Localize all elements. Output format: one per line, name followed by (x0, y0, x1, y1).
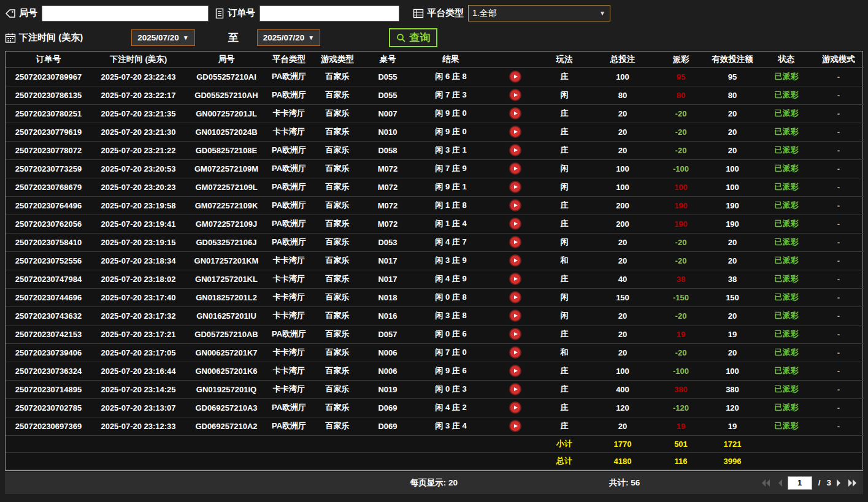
play-video-icon[interactable] (510, 366, 520, 376)
play-cell: 闲 (540, 178, 589, 196)
table-no-cell: N007 (364, 104, 411, 123)
first-page-icon[interactable] (761, 479, 772, 487)
col-header-video (491, 51, 540, 67)
table-row: 2507202307363242025-07-20 23:16:44GN0062… (6, 362, 864, 380)
game-cell: 百家乐 (310, 380, 364, 398)
prev-page-icon[interactable] (777, 479, 783, 487)
table-no-cell: D055 (364, 67, 411, 86)
table-no-cell: N010 (364, 123, 411, 141)
platform-cell: PA欧洲厅 (267, 141, 310, 159)
table-row: 2507202307584102025-07-20 23:19:15GD0532… (6, 233, 864, 251)
status-cell: 已派彩 (759, 362, 813, 380)
calendar-icon (5, 32, 16, 44)
video-cell (491, 104, 540, 123)
col-header-game: 游戏类型 (310, 51, 364, 67)
play-video-icon[interactable] (510, 311, 520, 321)
table-no-cell: D057 (364, 325, 411, 343)
status-cell: 已派彩 (759, 417, 813, 435)
play-video-icon[interactable] (510, 237, 520, 247)
table-no-cell: D055 (364, 86, 411, 104)
play-video-icon[interactable] (510, 182, 520, 192)
round-cell: GN017257201KL (185, 270, 267, 288)
round-cell: GN006257201K6 (185, 362, 267, 380)
play-cell: 庄 (540, 141, 589, 159)
total-bet: 4180 (589, 452, 656, 470)
play-video-icon[interactable] (510, 108, 520, 118)
table-row: 2507202307436322025-07-20 23:17:32GN0162… (6, 306, 864, 325)
result-cell: 闲 0 庄 3 (411, 380, 491, 398)
platform-type-dropdown[interactable]: 1.全部 ▼ (468, 5, 610, 21)
play-video-icon[interactable] (510, 219, 520, 229)
round-cell: GN007257201JL (185, 104, 267, 123)
bet-cell: 100 (589, 67, 656, 86)
result-cell: 闲 0 庄 8 (411, 288, 491, 306)
date-from-value: 2025/07/20 (137, 33, 179, 42)
payout-cell: 190 (656, 196, 705, 215)
round-input[interactable] (42, 6, 209, 21)
bet-cell: 200 (589, 215, 656, 233)
play-video-icon[interactable] (510, 72, 520, 82)
table-no-cell: D069 (364, 417, 411, 435)
play-video-icon[interactable] (510, 256, 520, 265)
time-cell: 2025-07-20 23:19:15 (91, 233, 185, 251)
next-page-icon[interactable] (836, 479, 842, 487)
play-video-icon[interactable] (510, 200, 520, 210)
time-cell: 2025-07-20 23:12:33 (91, 417, 185, 435)
col-header-round: 局号 (185, 51, 267, 67)
status-cell: 已派彩 (759, 159, 813, 178)
result-cell: 闲 4 庄 2 (411, 398, 491, 417)
game-cell: 百家乐 (310, 141, 364, 159)
total-count-label: 共计: 56 (609, 477, 640, 489)
round-cell: GD055257210AI (185, 67, 267, 86)
total-spacer (6, 452, 540, 470)
total-label: 总计 (540, 452, 589, 470)
mode-cell: - (813, 215, 864, 233)
video-cell (491, 398, 540, 417)
result-cell: 闲 3 庄 1 (411, 141, 491, 159)
date-from-button[interactable]: 2025/07/20 ▼ (131, 29, 194, 46)
play-video-icon[interactable] (510, 329, 520, 339)
play-video-icon[interactable] (510, 292, 520, 302)
play-cell: 庄 (540, 362, 589, 380)
bet-cell: 20 (589, 306, 656, 325)
video-cell (491, 123, 540, 141)
bet-cell: 20 (589, 104, 656, 123)
table-row: 2507202307644962025-07-20 23:19:58GM0722… (6, 196, 864, 215)
payout-cell: -20 (656, 251, 705, 270)
video-cell (491, 288, 540, 306)
chevron-down-icon: ▼ (183, 34, 189, 41)
play-video-icon[interactable] (510, 274, 520, 284)
bet-cell: 100 (589, 362, 656, 380)
video-cell (491, 325, 540, 343)
order-cell: 250720230773259 (6, 159, 91, 178)
play-video-icon[interactable] (510, 145, 520, 155)
query-button[interactable]: 查询 (389, 28, 437, 47)
play-video-icon[interactable] (510, 384, 520, 394)
order-cell: 250720230747984 (6, 270, 91, 288)
col-header-bet: 总投注 (589, 51, 656, 67)
status-cell: 已派彩 (759, 288, 813, 306)
time-cell: 2025-07-20 23:22:43 (91, 67, 185, 86)
table-row: 2507202307479842025-07-20 23:18:02GN0172… (6, 270, 864, 288)
valid-cell: 19 (705, 417, 759, 435)
play-video-icon[interactable] (510, 348, 520, 357)
video-cell (491, 67, 540, 86)
status-cell: 已派彩 (759, 398, 813, 417)
status-cell: 已派彩 (759, 104, 813, 123)
play-video-icon[interactable] (510, 403, 520, 413)
order-input[interactable] (259, 6, 399, 21)
play-video-icon[interactable] (510, 127, 520, 137)
page-number-input[interactable] (788, 476, 812, 490)
order-cell: 250720230786135 (6, 86, 91, 104)
date-to-button[interactable]: 2025/07/20 ▼ (257, 29, 320, 46)
mode-cell: - (813, 417, 864, 435)
last-page-icon[interactable] (847, 479, 858, 487)
play-video-icon[interactable] (510, 164, 520, 173)
play-video-icon[interactable] (510, 90, 520, 100)
col-header-valid: 有效投注额 (705, 51, 759, 67)
play-video-icon[interactable] (510, 421, 520, 431)
status-cell: 已派彩 (759, 270, 813, 288)
game-cell: 百家乐 (310, 251, 364, 270)
platform-cell: PA欧洲厅 (267, 86, 310, 104)
round-cell: GD0532572106J (185, 233, 267, 251)
